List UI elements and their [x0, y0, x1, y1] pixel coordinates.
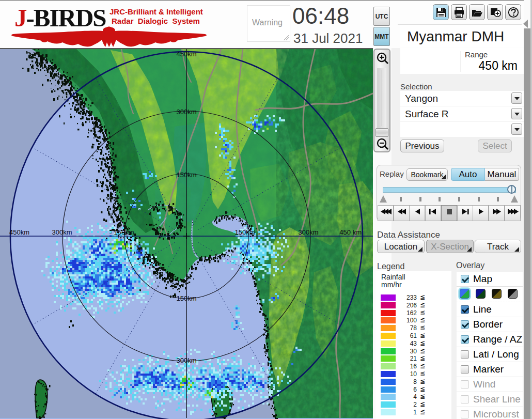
svg-text:150km: 150km: [114, 228, 134, 236]
svg-text:300km: 300km: [176, 356, 196, 364]
svg-text:150km: 150km: [176, 294, 196, 302]
svg-text:450 km: 450 km: [339, 228, 362, 236]
svg-text:150km: 150km: [234, 228, 255, 236]
svg-text:150km: 150km: [176, 171, 196, 179]
svg-text:300km: 300km: [298, 228, 318, 236]
svg-text:300km: 300km: [52, 228, 72, 236]
svg-text:450km: 450km: [9, 228, 29, 236]
svg-text:300km: 300km: [176, 108, 196, 116]
svg-text:450km: 450km: [176, 50, 196, 58]
